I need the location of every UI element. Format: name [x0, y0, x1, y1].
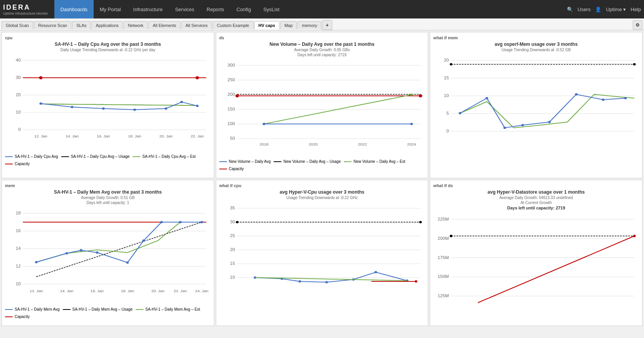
svg-text:18. Jan: 18. Jan [121, 289, 134, 293]
svg-point-139 [633, 235, 636, 238]
chart-cpu-legend: SA-HV-1 – Daily Cpu Avg SA-HV-1 – Daily … [5, 154, 211, 166]
tab-hv-caps[interactable]: HV caps [254, 21, 279, 29]
svg-text:12: 12 [16, 264, 21, 268]
nav-right: 🔍 Users 👤 Uptime ▾ Help [567, 7, 641, 12]
nav-myportal[interactable]: My Portal [94, 0, 127, 18]
svg-point-73 [624, 97, 627, 99]
chart-wifds-sub3: Days left until capacity: 2719 [433, 206, 639, 210]
panel-what-if-ds: what if ds avg Hyper-V-Datastore usage o… [430, 180, 642, 326]
tab-network[interactable]: Network [124, 21, 148, 29]
svg-point-71 [575, 93, 578, 95]
svg-point-125 [415, 280, 417, 283]
svg-text:2022: 2022 [358, 142, 367, 146]
svg-point-47 [410, 94, 413, 96]
panel-what-if-mem: what if mem avg osperf-Mem usage over 3 … [430, 32, 642, 178]
svg-point-67 [486, 97, 488, 99]
svg-text:40: 40 [16, 58, 21, 62]
chart-cpu-area: 40 30 20 10 0 12. Jan 14. Jan 16. Jan 18… [5, 53, 211, 153]
svg-text:14. Jan: 14. Jan [60, 289, 73, 293]
tab-map[interactable]: Map [280, 21, 297, 29]
nav-reports[interactable]: Reports [200, 0, 230, 18]
chart-ds-sub1: Average Daily Growth: 0.05 GBs [219, 48, 425, 52]
svg-point-115 [236, 221, 239, 223]
svg-text:12. Jan: 12. Jan [30, 289, 43, 293]
svg-text:22. Jan: 22. Jan [191, 134, 204, 138]
svg-text:5: 5 [446, 111, 449, 115]
logo: IDERA Uptime Infrastructure Monitor [3, 3, 48, 15]
nav-dashboards[interactable]: Dashboards [54, 0, 94, 18]
svg-text:14: 14 [16, 246, 21, 251]
svg-point-95 [80, 249, 82, 251]
user-icon: 👤 [595, 7, 601, 12]
tab-add-button[interactable]: + [322, 20, 332, 30]
uptime-link[interactable]: Uptime ▾ [606, 7, 626, 12]
svg-text:18: 18 [16, 211, 21, 215]
chart-wifcpu-title: avg Hyper-V-Cpu usage over 3 months [219, 189, 425, 195]
tab-applications[interactable]: Applications [91, 21, 123, 29]
svg-text:18. Jan: 18. Jan [128, 134, 141, 138]
svg-point-94 [66, 252, 68, 254]
tab-global-scan[interactable]: Global Scan [2, 21, 33, 29]
svg-point-101 [200, 221, 203, 223]
chart-wifds-area: 225M 200M 175M 150M 125M [433, 211, 639, 311]
svg-text:16: 16 [16, 229, 21, 233]
svg-text:2018: 2018 [259, 142, 268, 146]
svg-text:16. Jan: 16. Jan [97, 134, 110, 138]
svg-point-51 [235, 94, 239, 97]
svg-point-69 [521, 124, 524, 126]
chart-wifcpu-area: 35 30 25 20 15 10 [219, 201, 425, 301]
svg-text:12. Jan: 12. Jan [34, 134, 47, 138]
tab-custom-example[interactable]: Custom Example [213, 21, 254, 29]
svg-text:16. Jan: 16. Jan [91, 289, 104, 293]
svg-point-24 [196, 105, 198, 107]
svg-point-120 [325, 281, 328, 283]
chart-wifmem-title: avg osperf-Mem usage over 3 months [433, 42, 639, 47]
chart-mem-title: SA-HV-1 – Daily Mem Avg over the past 3 … [5, 189, 211, 195]
nav-services[interactable]: Services [169, 0, 200, 18]
svg-text:150M: 150M [438, 274, 449, 279]
svg-text:125M: 125M [438, 294, 449, 298]
svg-text:35: 35 [230, 206, 235, 210]
tab-bar: Global Scan Resource Scan SLAs Applicati… [0, 18, 644, 30]
svg-point-119 [298, 280, 301, 283]
users-link[interactable]: Users [578, 7, 591, 12]
svg-text:250: 250 [227, 78, 235, 82]
logo-text: IDERA [3, 3, 48, 12]
chart-cpu-title: SA-HV-1 – Daily Cpu Avg over the past 3 … [5, 42, 211, 47]
tab-all-services[interactable]: All Services [181, 21, 212, 29]
svg-point-66 [459, 112, 461, 114]
svg-text:20. Jan: 20. Jan [160, 134, 173, 138]
svg-point-68 [503, 127, 506, 129]
chart-mem-sub2: Days left until capacity: 1 [5, 201, 211, 205]
svg-point-52 [419, 94, 422, 97]
svg-text:300: 300 [227, 63, 235, 67]
svg-line-92 [36, 222, 202, 277]
svg-point-26 [39, 76, 42, 79]
svg-text:25: 25 [230, 234, 235, 238]
nav-infrastructure[interactable]: Infrastructure [127, 0, 169, 18]
svg-point-25 [195, 76, 199, 79]
search-icon[interactable]: 🔍 [567, 7, 573, 12]
svg-text:10: 10 [16, 282, 21, 286]
chart-mem-sub1: Average Daily Growth: 0.51 GB [5, 196, 211, 200]
top-nav: IDERA Uptime Infrastructure Monitor Dash… [0, 0, 644, 18]
svg-text:10: 10 [16, 110, 21, 114]
nav-syslist[interactable]: SysList [257, 0, 286, 18]
svg-point-99 [160, 221, 163, 223]
svg-point-49 [262, 123, 265, 125]
tab-settings-button[interactable]: ⚙ [633, 20, 642, 30]
tab-slas[interactable]: SLAs [72, 21, 91, 29]
svg-text:225M: 225M [438, 217, 449, 221]
chart-mem-legend: SA-HV-1 – Daily Mem Avg SA-HV-1 – Daily … [5, 307, 211, 319]
panel-ds-label: ds [219, 35, 425, 40]
tab-all-elements[interactable]: All Elements [148, 21, 180, 29]
panel-what-if-cpu: what if cpu avg Hyper-V-Cpu usage over 3… [216, 180, 429, 326]
svg-point-64 [450, 63, 452, 65]
svg-point-20 [102, 107, 105, 110]
svg-text:150: 150 [227, 107, 235, 111]
help-link[interactable]: Help [631, 7, 641, 12]
nav-config[interactable]: Config [230, 0, 257, 18]
tab-resource-scan[interactable]: Resource Scan [34, 21, 71, 29]
svg-point-97 [126, 261, 129, 264]
tab-memory[interactable]: memory [298, 21, 321, 29]
